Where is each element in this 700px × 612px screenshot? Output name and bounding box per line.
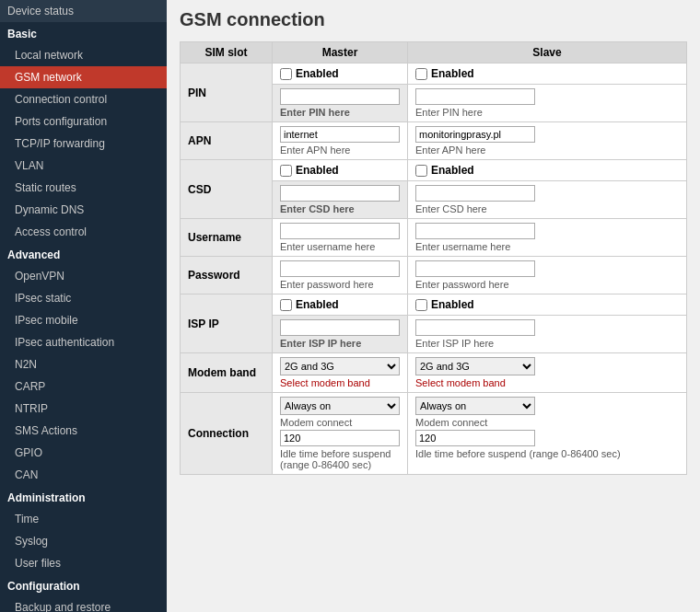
row-label-username: Username bbox=[181, 219, 273, 257]
main-content: GSM connection SIM slot Master Slave PIN… bbox=[167, 0, 700, 612]
slave-input-2[interactable] bbox=[415, 185, 535, 202]
sidebar-item-ntrip[interactable]: NTRIP bbox=[0, 398, 167, 420]
sidebar-item-n2n[interactable]: N2N bbox=[0, 353, 167, 375]
master-cell-4: Enter password here bbox=[273, 257, 408, 294]
slave-enabled-cell-0: Enabled bbox=[408, 64, 687, 85]
master-input-2[interactable] bbox=[280, 185, 400, 202]
slave-input-hint-5: Enter ISP IP here bbox=[415, 338, 679, 349]
row-label-csd: CSD bbox=[181, 160, 273, 219]
sidebar-item-device-status[interactable]: Device status bbox=[0, 0, 167, 22]
table-row: Modem band 2G and 3G2G only3G only Selec… bbox=[181, 353, 687, 393]
slave-input-cell-2: Enter CSD here bbox=[408, 181, 687, 219]
col-sim-slot: SIM slot bbox=[181, 42, 273, 64]
master-hint-4: Enter password here bbox=[280, 279, 400, 290]
sidebar-item-carp[interactable]: CARP bbox=[0, 375, 167, 398]
slave-connect-hint: Modem connect bbox=[415, 417, 679, 428]
master-enabled-checkbox-2[interactable] bbox=[280, 165, 292, 177]
sidebar-item-ipsec-static[interactable]: IPsec static bbox=[0, 287, 167, 309]
master-input-hint-5: Enter ISP IP here bbox=[280, 338, 400, 349]
sidebar-item-can[interactable]: CAN bbox=[0, 464, 167, 486]
slave-hint-3: Enter username here bbox=[415, 241, 679, 252]
sidebar-item-sms-actions[interactable]: SMS Actions bbox=[0, 420, 167, 442]
master-band-cell: 2G and 3G2G only3G only Select modem ban… bbox=[273, 353, 408, 393]
master-connection-select[interactable]: Always onOn demandDisabled bbox=[280, 397, 400, 415]
table-row: ISP IP Enabled Enabled bbox=[181, 294, 687, 316]
master-enabled-cell-0: Enabled bbox=[273, 64, 408, 85]
slave-hint-1: Enter APN here bbox=[415, 144, 679, 156]
slave-input-3[interactable] bbox=[415, 223, 535, 239]
slave-cell-1: Enter APN here bbox=[408, 122, 687, 160]
master-input-0[interactable] bbox=[280, 88, 400, 105]
table-row: CSD Enabled Enabled bbox=[181, 160, 687, 181]
slave-idle-input[interactable] bbox=[415, 430, 535, 446]
sidebar-item-local-network[interactable]: Local network bbox=[0, 44, 167, 66]
sidebar-item-static-routes[interactable]: Static routes bbox=[0, 177, 167, 199]
master-enabled-cell-2: Enabled bbox=[273, 160, 408, 181]
sidebar-item-time[interactable]: Time bbox=[0, 508, 167, 530]
sidebar-item-gpio[interactable]: GPIO bbox=[0, 442, 167, 464]
slave-input-cell-5: Enter ISP IP here bbox=[408, 316, 687, 353]
slave-input-4[interactable] bbox=[415, 260, 535, 277]
slave-enabled-label-2: Enabled bbox=[431, 164, 474, 177]
slave-band-select[interactable]: 2G and 3G2G only3G only bbox=[415, 357, 535, 375]
master-band-hint: Select modem band bbox=[280, 377, 400, 388]
master-input-hint-0: Enter PIN here bbox=[280, 107, 400, 118]
master-enabled-label-5: Enabled bbox=[296, 298, 339, 311]
sidebar: Device status BasicLocal networkGSM netw… bbox=[0, 0, 167, 612]
sidebar-item-access-control[interactable]: Access control bbox=[0, 221, 167, 243]
sidebar-item-gsm-network[interactable]: GSM network bbox=[0, 66, 167, 88]
slave-cell-4: Enter password here bbox=[408, 257, 687, 294]
sidebar-item-dynamic-dns[interactable]: Dynamic DNS bbox=[0, 199, 167, 221]
slave-enabled-checkbox-5[interactable] bbox=[415, 299, 427, 311]
sidebar-section-basic: Basic bbox=[0, 22, 167, 44]
slave-enabled-label-0: Enabled bbox=[431, 67, 474, 80]
master-input-4[interactable] bbox=[280, 260, 400, 277]
sidebar-item-ipsec-authentication[interactable]: IPsec authentication bbox=[0, 331, 167, 353]
slave-connection-cell: Always onOn demandDisabled Modem connect… bbox=[408, 393, 687, 475]
sidebar-item-ipsec-mobile[interactable]: IPsec mobile bbox=[0, 309, 167, 331]
slave-connection-select[interactable]: Always onOn demandDisabled bbox=[415, 397, 535, 415]
master-connect-hint: Modem connect bbox=[280, 417, 400, 428]
master-hint-3: Enter username here bbox=[280, 241, 400, 252]
master-input-hint-2: Enter CSD here bbox=[280, 203, 400, 214]
sidebar-item-openvpn[interactable]: OpenVPN bbox=[0, 265, 167, 287]
master-enabled-checkbox-5[interactable] bbox=[280, 299, 292, 311]
sidebar-item-backup-and-restore[interactable]: Backup and restore bbox=[0, 596, 167, 612]
slave-input-0[interactable] bbox=[415, 88, 535, 105]
sidebar-item-syslog[interactable]: Syslog bbox=[0, 530, 167, 552]
sidebar-section-configuration: Configuration bbox=[0, 574, 167, 596]
sidebar-item-ports-configuration[interactable]: Ports configuration bbox=[0, 110, 167, 133]
slave-enabled-cell-2: Enabled bbox=[408, 160, 687, 181]
slave-enabled-checkbox-2[interactable] bbox=[415, 165, 427, 177]
sidebar-section-advanced: Advanced bbox=[0, 243, 167, 265]
slave-enabled-cell-5: Enabled bbox=[408, 294, 687, 316]
slave-input-hint-2: Enter CSD here bbox=[415, 203, 679, 214]
sidebar-item-user-files[interactable]: User files bbox=[0, 552, 167, 574]
table-row: APN Enter APN here Enter APN here bbox=[181, 122, 687, 160]
row-label-modem-band: Modem band bbox=[181, 353, 273, 393]
master-idle-hint: Idle time before suspend (range 0-86400 … bbox=[280, 448, 400, 470]
master-enabled-checkbox-0[interactable] bbox=[280, 68, 292, 80]
master-band-select[interactable]: 2G and 3G2G only3G only bbox=[280, 357, 400, 375]
master-input-5[interactable] bbox=[280, 319, 400, 336]
table-row: Connection Always onOn demandDisabled Mo… bbox=[181, 393, 687, 475]
slave-enabled-label-5: Enabled bbox=[431, 298, 474, 311]
master-enabled-label-2: Enabled bbox=[296, 164, 339, 177]
sidebar-item-connection-control[interactable]: Connection control bbox=[0, 88, 167, 110]
sidebar-item-vlan[interactable]: VLAN bbox=[0, 155, 167, 177]
sidebar-section-administration: Administration bbox=[0, 486, 167, 508]
slave-input-5[interactable] bbox=[415, 319, 535, 336]
master-idle-input[interactable] bbox=[280, 430, 400, 446]
master-hint-1: Enter APN here bbox=[280, 144, 400, 156]
slave-band-cell: 2G and 3G2G only3G only Select modem ban… bbox=[408, 353, 687, 393]
row-label-connection: Connection bbox=[181, 393, 273, 475]
slave-enabled-checkbox-0[interactable] bbox=[415, 68, 427, 80]
master-input-1[interactable] bbox=[280, 126, 400, 143]
master-input-3[interactable] bbox=[280, 223, 400, 239]
slave-input-cell-0: Enter PIN here bbox=[408, 85, 687, 122]
col-slave: Slave bbox=[408, 42, 687, 64]
sidebar-item-tcp/ip-forwarding[interactable]: TCP/IP forwarding bbox=[0, 133, 167, 155]
row-label-password: Password bbox=[181, 257, 273, 294]
slave-input-1[interactable] bbox=[415, 126, 535, 143]
slave-cell-3: Enter username here bbox=[408, 219, 687, 257]
